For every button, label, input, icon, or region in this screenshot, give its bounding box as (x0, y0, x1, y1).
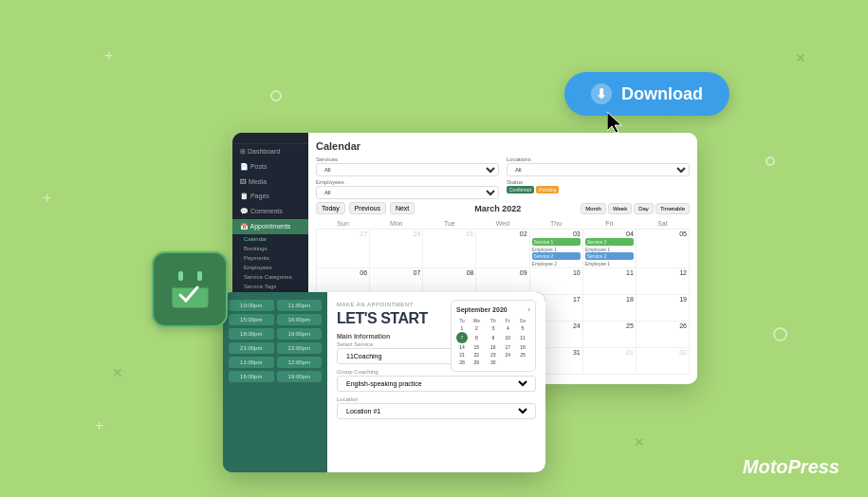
location-select[interactable]: Location #1 (342, 407, 530, 415)
sidebar-sub-service-categories[interactable]: Service Categories (232, 272, 308, 282)
cal-cell[interactable]: 08 (423, 268, 476, 295)
day-header-tue: Tue (423, 218, 476, 230)
mini-cal-day[interactable]: 10 (501, 332, 515, 343)
time-slot[interactable]: 16:00pm (229, 371, 274, 382)
mini-cal-day[interactable]: 30 (486, 359, 501, 366)
cal-cell[interactable]: 03 Service 1 Employee 1 Service 2 Employ… (529, 230, 582, 268)
mini-cal-day[interactable]: 25 (515, 351, 530, 359)
week-view-btn[interactable]: Week (608, 203, 632, 214)
locations-select[interactable]: All (507, 163, 690, 176)
timetable-view-btn[interactable]: Timetable (656, 203, 690, 214)
deco-plus-4: + (95, 417, 103, 434)
mini-cal-day[interactable]: 22 (468, 351, 486, 359)
cal-cell[interactable]: 06 (317, 268, 370, 295)
mini-cal-day[interactable]: 4 (501, 324, 515, 332)
cal-cell[interactable]: 10 (529, 268, 582, 295)
time-slot[interactable]: 15:00pm (229, 314, 274, 325)
mini-cal-day[interactable]: 8 (468, 332, 486, 343)
day-header-thu: Thu (529, 218, 582, 230)
sidebar-sub-payments[interactable]: Payments (232, 253, 308, 263)
cal-cell[interactable]: 01 (423, 230, 476, 268)
sidebar-item-posts[interactable]: 📄 Posts (232, 159, 308, 175)
svg-rect-3 (197, 271, 202, 281)
group-select[interactable]: English-speaking practice (342, 379, 530, 388)
cal-cell[interactable]: 02 (476, 230, 529, 268)
mini-cal-day[interactable]: 14 (456, 343, 468, 351)
status-pending: Pending (536, 186, 559, 193)
cal-cell[interactable]: 09 (476, 268, 529, 295)
sidebar-sub-bookings[interactable]: Bookings (232, 244, 308, 253)
cal-cell[interactable]: 04 Service 2 Employee 1 Service 2 Employ… (582, 230, 636, 268)
time-slot[interactable]: 19:00pm (277, 371, 323, 382)
download-icon: ⬇ (591, 83, 612, 104)
mini-cal-day[interactable]: 28 (456, 359, 468, 366)
cal-cell[interactable]: 28 (370, 230, 423, 268)
time-slot[interactable]: 22:00pm (277, 342, 323, 354)
cal-cell[interactable]: 11 (582, 268, 636, 295)
group-input[interactable]: English-speaking practice (337, 376, 536, 392)
cal-cell[interactable]: 19 (636, 295, 689, 322)
time-slot[interactable]: 10:00pm (229, 300, 274, 311)
employees-label: Employees (316, 179, 499, 185)
cal-cell[interactable]: 18 (582, 295, 636, 322)
time-slot[interactable]: 16:00pm (277, 314, 323, 325)
time-slot[interactable]: 11:00pm (277, 300, 323, 311)
month-view-btn[interactable]: Month (581, 203, 606, 214)
time-slot[interactable]: 11:00pm (229, 357, 274, 368)
sidebar-item-comments[interactable]: 💬 Comments (232, 204, 308, 219)
mini-cal-day[interactable]: 2 (468, 324, 486, 332)
deco-x-3: ✕ (634, 434, 645, 450)
employees-select[interactable]: All (316, 186, 499, 199)
mini-cal-day[interactable]: 24 (501, 351, 515, 359)
next-button[interactable]: Next (390, 202, 415, 214)
day-view-btn[interactable]: Day (634, 203, 654, 214)
cal-cell[interactable]: 05 (636, 230, 689, 268)
mini-day-sa: Sa (515, 317, 530, 324)
sidebar-item-appointments[interactable]: 📅 Appointments (232, 219, 308, 234)
day-header-sat: Sat (636, 218, 689, 230)
cal-cell[interactable]: 26 (636, 322, 689, 348)
mini-cal-day[interactable]: 29 (468, 359, 486, 366)
mini-cal-next[interactable]: › (527, 305, 530, 314)
cal-cell[interactable]: 25 (582, 322, 636, 348)
mini-cal-today[interactable]: 7 (456, 332, 468, 343)
mini-cal-day[interactable]: 18 (515, 343, 530, 351)
services-select[interactable]: All (316, 163, 499, 176)
cal-cell[interactable]: 12 (636, 268, 689, 295)
cal-cell[interactable]: 27 (317, 230, 370, 268)
status-label: Status (507, 179, 690, 185)
mini-cal-day[interactable]: 16 (486, 343, 501, 351)
services-label: Services (316, 156, 499, 162)
time-slot[interactable]: 19:00pm (277, 328, 323, 340)
location-input[interactable]: Location #1 (337, 403, 536, 419)
sidebar-item-pages[interactable]: 📋 Pages (232, 189, 308, 204)
mini-cal-day[interactable]: 1 (456, 324, 468, 332)
mini-cal-day[interactable]: 5 (515, 324, 530, 332)
deco-circle-3 (766, 156, 775, 166)
time-slot[interactable]: 12:00pm (277, 357, 323, 368)
download-button[interactable]: ⬇ Download (564, 72, 729, 116)
svg-rect-2 (178, 271, 183, 281)
mini-cal-day[interactable]: 15 (468, 343, 486, 351)
deco-circle-2 (773, 327, 787, 341)
mini-day-tu: Tu (456, 317, 468, 324)
mini-cal-day[interactable]: 3 (486, 324, 501, 332)
status-confirmed: Confirmed (507, 186, 534, 193)
today-button[interactable]: Today (316, 202, 345, 214)
mini-cal-day[interactable]: 11 (515, 332, 530, 343)
mini-cal-day[interactable]: 9 (486, 332, 501, 343)
cal-cell[interactable]: 02 (636, 348, 689, 375)
previous-button[interactable]: Previous (349, 202, 386, 214)
time-slot[interactable]: 21:00pm (229, 342, 274, 354)
time-slot[interactable]: 18:00pm (229, 328, 274, 340)
sidebar-sub-employees[interactable]: Employees (232, 263, 308, 272)
mini-cal-day[interactable]: 17 (501, 343, 515, 351)
sidebar-item-media[interactable]: 🖼 Media (232, 175, 308, 189)
cal-cell[interactable]: 01 (582, 348, 636, 375)
sidebar-sub-calendar[interactable]: Calendar (232, 234, 308, 244)
sidebar-item-dashboard[interactable]: ⊞ Dashboard (232, 144, 308, 159)
mini-cal-day[interactable]: 21 (456, 351, 468, 359)
mini-cal-day[interactable]: 23 (486, 351, 501, 359)
cal-cell[interactable]: 07 (370, 268, 423, 295)
sidebar-sub-service-tags[interactable]: Service Tags (232, 282, 308, 291)
